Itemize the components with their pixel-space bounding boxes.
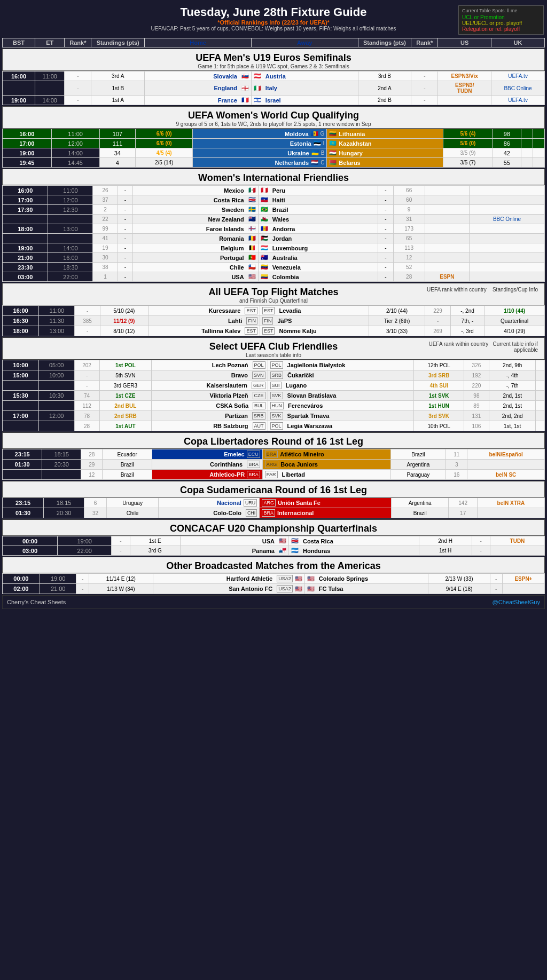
bst-time: 16:00 <box>3 186 48 195</box>
rank1: - <box>65 72 91 81</box>
standing2: 2nd A <box>358 81 411 96</box>
standing1: 6/6 (0) <box>136 139 193 148</box>
concacaf-table: 00:00 19:00 - 1st E USA 🇺🇸 🇨🇷 Costa Rica… <box>2 536 545 556</box>
extra2 <box>536 381 545 391</box>
extra2: Quarterfinal <box>485 316 545 326</box>
home-team-name: Faroe Islands <box>206 226 246 232</box>
country1: Chile <box>106 508 158 518</box>
rank1: - <box>65 96 91 105</box>
away-flag: 🏴󠁧󠁢󠁷󠁬󠁳󠁿 <box>261 216 268 223</box>
away-team-cell: POL Jagiellonia Białystok <box>268 360 414 370</box>
rank1: 6 <box>84 498 107 508</box>
country2: Brazil <box>390 449 446 460</box>
home-flag: 🇨🇷 <box>248 196 256 203</box>
et-time: 22:00 <box>58 546 112 556</box>
home-team-cell: Athletico-PR BRA <box>152 470 262 480</box>
away-flag: 🇯🇴 <box>261 235 268 242</box>
footer-label: Cherry's Cheat Sheets <box>7 599 66 605</box>
away-team-name: Jordan <box>270 235 292 242</box>
standing2: - <box>378 195 393 205</box>
standing2: 1st SVK <box>414 391 464 401</box>
us-broadcast: ESPN <box>425 272 469 282</box>
table-row: 18:00 13:00 - 8/10 (12) Tallinna Kalev E… <box>3 326 545 336</box>
away-flag: 🇦🇹 <box>254 73 261 80</box>
home-team-name: Sweden <box>222 207 246 213</box>
et-time: 05:00 <box>38 360 74 370</box>
standing1: - <box>118 215 132 224</box>
u19-sub: Game 1: for 5th place & U19 WC spot, Gam… <box>4 64 543 69</box>
home-league: SVN <box>252 372 265 379</box>
us-broadcast <box>438 96 491 105</box>
home-league: POL <box>253 361 265 369</box>
away-team-name: Venezuela <box>270 264 301 271</box>
rank2: - <box>490 584 502 594</box>
home-flag: 🇷🇴 <box>248 235 256 242</box>
home-flag: 🇲🇽 <box>248 187 256 194</box>
home-team-name: San Antonio FC <box>229 586 275 592</box>
ucf-col-labels: UEFA rank within country Current table i… <box>406 341 538 353</box>
standing2: 2/13 W (33) <box>428 574 490 584</box>
country1: Uruguay <box>106 498 158 508</box>
country2: Brazil <box>391 508 449 518</box>
home-flag: 🇺🇸 <box>248 273 256 280</box>
home-team-name: Moldova <box>285 131 309 137</box>
away-league: BRA <box>262 509 275 517</box>
standing2: - <box>378 215 393 224</box>
et-time: 13:00 <box>39 326 75 336</box>
et-time: 11:00 <box>35 72 65 81</box>
rank1: 74 <box>74 391 99 401</box>
away-team-name: Unión Santa Fe <box>278 500 321 506</box>
bst-time: 00:00 <box>3 536 58 546</box>
standing2: - <box>378 186 393 195</box>
et-time: 12:00 <box>38 411 74 421</box>
rank1: 29 <box>81 460 103 470</box>
home-team-name: Athletico-PR <box>209 471 245 478</box>
home-league: GER <box>252 382 265 389</box>
standing2: - <box>378 253 393 263</box>
home-flag: 🇵🇹 <box>248 254 256 261</box>
home-flag: 🇫🇴 <box>248 225 256 232</box>
standing1: 2nd BUL <box>99 401 152 411</box>
away-team-cell: 🇻🇪 Venezuela <box>258 263 378 272</box>
away-team-cell: 🏴󠁧󠁢󠁷󠁬󠁳󠁿 Wales <box>258 215 378 224</box>
other-title: Other Broadcasted Matches from the Ameri… <box>4 560 543 572</box>
away-team-cell: BRA Atlético Mineiro <box>262 449 390 460</box>
home-team-cell: Nacional URU <box>159 498 260 508</box>
table-row: 01:30 20:30 29 Brazil Corinthians BRA AR… <box>3 460 545 470</box>
copa-lib-table: 23:15 18:15 28 Ecuador Emelec ECU BRA At… <box>2 449 545 480</box>
home-league: CHI <box>246 509 257 517</box>
away-team-name: Costa Rica <box>301 538 333 544</box>
away-team-cell: 🇵🇪 Peru <box>258 186 378 195</box>
away-team-cell: 🇭🇹 Haiti <box>258 195 378 205</box>
standing1: 11/14 E (12) <box>89 574 153 584</box>
rank1: - <box>75 306 100 316</box>
et-time: 18:15 <box>42 449 81 460</box>
away-team-name: Wales <box>270 216 289 223</box>
bst-time: 23:15 <box>3 498 44 508</box>
et-time: 14:00 <box>48 243 93 253</box>
col-home: Home <box>145 38 252 48</box>
standing1: - <box>118 205 132 215</box>
other-table: 00:00 19:00 - 11/14 E (12) Hartford Athl… <box>2 573 545 594</box>
home-team-name: CSKA Sofia <box>216 402 251 409</box>
rank2: 3 <box>446 460 467 470</box>
rank2: 131 <box>464 411 489 421</box>
away-league: POL <box>270 361 283 369</box>
standing1: 1st E <box>130 536 180 546</box>
bst-time: 17:00 <box>3 139 52 148</box>
standing1: 6/6 (0) <box>136 129 193 139</box>
away-team-cell: 🇧🇾 Belarus <box>327 158 443 168</box>
group-label: I <box>323 140 325 146</box>
standing2: 4th SUI <box>414 381 464 391</box>
extra1: 2nd, 2nd <box>489 411 536 421</box>
table-row: 17:00 12:00 78 2nd SRB Partizan SRB SVK … <box>3 411 545 421</box>
et-time: 14:00 <box>51 148 99 158</box>
away-team-name: Nõmme Kalju <box>277 328 316 334</box>
uk-broadcast <box>533 148 544 158</box>
copa-lib-title: Copa Libertadores Round of 16 1st Leg <box>4 436 543 447</box>
home-flag: 🇺🇸 <box>279 538 286 544</box>
standing1: 2nd SRB <box>99 411 152 421</box>
uk-broadcast <box>470 234 545 243</box>
extra2 <box>536 401 545 411</box>
home-team-cell: Bravo SVN <box>152 370 268 381</box>
